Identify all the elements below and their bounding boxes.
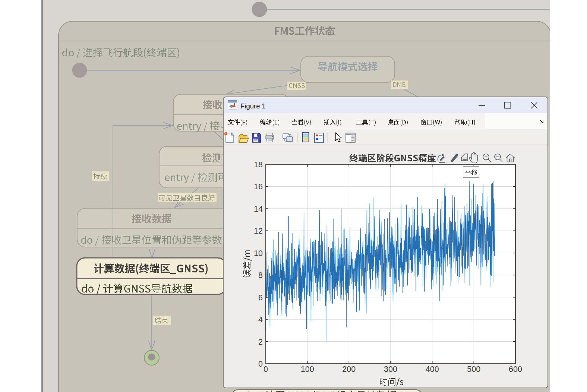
svg-text:Figure 1: Figure 1 <box>240 102 266 110</box>
svg-text:8: 8 <box>258 271 263 280</box>
svg-text:2: 2 <box>258 338 263 347</box>
svg-text:6: 6 <box>258 293 263 302</box>
svg-text:200: 200 <box>342 365 356 374</box>
svg-text:600: 600 <box>509 365 522 374</box>
svg-text:4: 4 <box>258 315 263 324</box>
svg-text:16: 16 <box>254 182 263 191</box>
svg-text:12: 12 <box>254 227 263 235</box>
svg-text:10: 10 <box>254 249 263 258</box>
svg-text:500: 500 <box>467 365 480 374</box>
svg-text:0: 0 <box>258 360 263 369</box>
svg-text:14: 14 <box>254 205 263 214</box>
svg-text:100: 100 <box>301 365 314 374</box>
svg-text:300: 300 <box>384 365 397 374</box>
svg-text:18: 18 <box>254 160 263 169</box>
svg-text:400: 400 <box>426 365 439 374</box>
svg-text:0: 0 <box>263 365 268 374</box>
